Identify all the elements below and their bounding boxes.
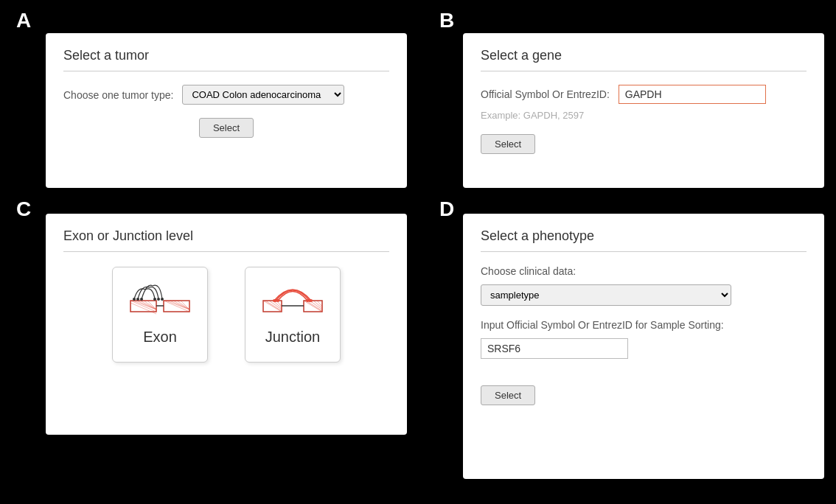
gene-example-text: Example: GAPDH, 2597	[481, 110, 807, 121]
gene-symbol-label: Official Symbol Or EntrezID:	[481, 88, 610, 100]
svg-point-21	[161, 298, 164, 301]
svg-point-17	[153, 298, 156, 301]
panel-a-title: Select a tumor	[63, 48, 389, 71]
clinical-data-select[interactable]: sampletype	[481, 284, 731, 306]
junction-label: Junction	[265, 329, 321, 346]
panel-select-tumor: Select a tumor Choose one tumor type: CO…	[46, 33, 407, 188]
clinical-data-label: Choose clinical data:	[481, 265, 807, 277]
panel-select-gene: Select a gene Official Symbol Or EntrezI…	[463, 33, 824, 188]
panel-d-title: Select a phenotype	[481, 228, 807, 252]
select-tumor-button[interactable]: Select	[199, 118, 254, 138]
label-a: A	[16, 9, 31, 32]
gene-symbol-input[interactable]	[619, 85, 766, 104]
tumor-type-label: Choose one tumor type:	[63, 89, 173, 101]
panel-b-title: Select a gene	[481, 48, 807, 71]
junction-icon	[259, 279, 326, 323]
select-phenotype-button[interactable]: Select	[481, 385, 535, 405]
svg-point-20	[140, 298, 143, 301]
svg-point-40	[310, 299, 313, 302]
exon-card[interactable]: Exon	[112, 267, 208, 363]
sort-label: Input Official Symbol Or EntrezID for Sa…	[481, 319, 807, 331]
svg-point-39	[273, 299, 276, 302]
panel-select-phenotype: Select a phenotype Choose clinical data:…	[463, 214, 824, 479]
svg-point-19	[157, 298, 160, 301]
tumor-type-select[interactable]: COAD Colon adenocarcinoma	[182, 85, 344, 105]
panel-exon-junction: Exon or Junction level	[46, 214, 407, 435]
exon-label: Exon	[143, 329, 177, 346]
select-gene-button[interactable]: Select	[481, 134, 535, 154]
svg-point-16	[133, 298, 136, 301]
svg-point-18	[136, 298, 139, 301]
label-b: B	[439, 9, 454, 32]
svg-line-29	[304, 301, 322, 312]
svg-line-23	[263, 301, 282, 312]
panel-c-title: Exon or Junction level	[63, 228, 389, 252]
exon-icon	[127, 279, 193, 323]
sort-gene-input[interactable]	[481, 338, 628, 359]
label-d: D	[439, 197, 454, 221]
label-c: C	[16, 197, 31, 221]
junction-card[interactable]: Junction	[245, 267, 341, 363]
